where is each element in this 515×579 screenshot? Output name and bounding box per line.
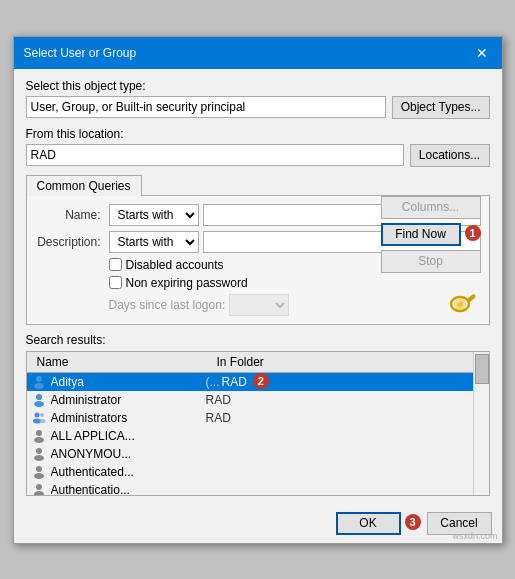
watermark: wsxdn.com (452, 531, 497, 541)
special-icon (31, 428, 47, 444)
user-icon (31, 374, 47, 390)
ok-badge: 3 (405, 514, 421, 530)
common-queries-group: Common Queries Name: Starts with Descrip… (26, 175, 490, 325)
select-user-dialog: Select User or Group ✕ Select this objec… (13, 36, 503, 544)
svg-point-9 (34, 412, 39, 417)
user-icon (31, 392, 47, 408)
location-row: Locations... (26, 144, 490, 167)
svg-point-16 (34, 455, 44, 461)
special-icon (31, 446, 47, 462)
svg-point-11 (40, 413, 44, 417)
right-buttons: Columns... Find Now 1 Stop (381, 196, 481, 321)
table-row[interactable]: Authenticatio... (27, 481, 473, 495)
row-name: Aditya (51, 375, 206, 389)
common-queries-tab[interactable]: Common Queries (26, 175, 142, 196)
queries-content: Name: Starts with Description: Starts wi… (26, 195, 490, 325)
days-label: Days since last logon: (109, 298, 226, 312)
find-now-badge: 1 (465, 225, 481, 241)
ok-button-wrap: OK 3 (336, 512, 421, 535)
search-icon (445, 285, 481, 321)
table-row[interactable]: Administrators RAD (27, 409, 473, 427)
svg-point-18 (34, 473, 44, 479)
folder-column-header: In Folder (211, 354, 331, 370)
stop-button[interactable]: Stop (381, 250, 481, 273)
name-column-header: Name (31, 354, 211, 370)
result-badge: 2 (253, 373, 269, 389)
row-name: ALL APPLICA... (51, 429, 206, 443)
svg-point-19 (36, 484, 42, 490)
search-results-section: Search results: Name In Folder (26, 333, 490, 496)
description-label: Description: (35, 235, 105, 249)
row-folder: RAD (206, 393, 231, 407)
close-button[interactable]: ✕ (472, 43, 492, 63)
object-type-label: Select this object type: (26, 79, 490, 93)
svg-point-14 (34, 437, 44, 443)
svg-point-6 (34, 383, 44, 389)
row-name: Administrator (51, 393, 206, 407)
disabled-accounts-checkbox[interactable] (109, 258, 122, 271)
table-row[interactable]: ALL APPLICA... (27, 427, 473, 445)
special-icon (31, 464, 47, 480)
svg-rect-2 (466, 293, 476, 302)
scrollbar[interactable] (473, 352, 489, 495)
dialog-title: Select User or Group (24, 46, 137, 60)
row-name: Administrators (51, 411, 206, 425)
row-name: Authenticatio... (51, 483, 206, 495)
ok-button[interactable]: OK (336, 512, 401, 535)
name-starts-with-select[interactable]: Starts with (109, 204, 199, 226)
bottom-bar: OK 3 Cancel (14, 506, 502, 543)
location-label: From this location: (26, 127, 490, 141)
row-folder: (... RAD (206, 375, 247, 389)
row-folder: RAD (206, 411, 231, 425)
svg-point-12 (39, 419, 45, 423)
scroll-thumb[interactable] (475, 354, 489, 384)
title-bar: Select User or Group ✕ (14, 37, 502, 69)
special-icon (31, 482, 47, 495)
locations-button[interactable]: Locations... (410, 144, 490, 167)
results-list: Name In Folder Aditya (... (27, 352, 473, 495)
table-row[interactable]: ANONYMOU... (27, 445, 473, 463)
svg-point-7 (36, 394, 42, 400)
object-types-button[interactable]: Object Types... (392, 96, 490, 119)
svg-point-20 (34, 491, 44, 495)
row-name: ANONYMOU... (51, 447, 206, 461)
name-label: Name: (35, 208, 105, 222)
results-container: Name In Folder Aditya (... (26, 351, 490, 496)
disabled-accounts-label: Disabled accounts (126, 258, 224, 272)
table-row[interactable]: Authenticated... (27, 463, 473, 481)
location-input[interactable] (26, 144, 404, 166)
table-row[interactable]: Administrator RAD (27, 391, 473, 409)
dialog-body: Select this object type: Object Types...… (14, 69, 502, 506)
non-expiring-label: Non expiring password (126, 276, 248, 290)
svg-point-15 (36, 448, 42, 454)
group-icon (31, 410, 47, 426)
find-now-button[interactable]: Find Now (381, 223, 461, 246)
svg-point-13 (36, 430, 42, 436)
columns-button[interactable]: Columns... (381, 196, 481, 219)
svg-point-5 (36, 376, 42, 382)
object-type-input[interactable] (26, 96, 386, 118)
results-header: Name In Folder (27, 352, 473, 373)
days-select (229, 294, 289, 316)
svg-point-17 (36, 466, 42, 472)
non-expiring-checkbox[interactable] (109, 276, 122, 289)
table-row[interactable]: Aditya (... RAD 2 (27, 373, 473, 391)
description-starts-with-select[interactable]: Starts with (109, 231, 199, 253)
search-results-label: Search results: (26, 333, 106, 347)
svg-point-8 (34, 401, 44, 407)
row-name: Authenticated... (51, 465, 206, 479)
object-type-row: Object Types... (26, 96, 490, 119)
